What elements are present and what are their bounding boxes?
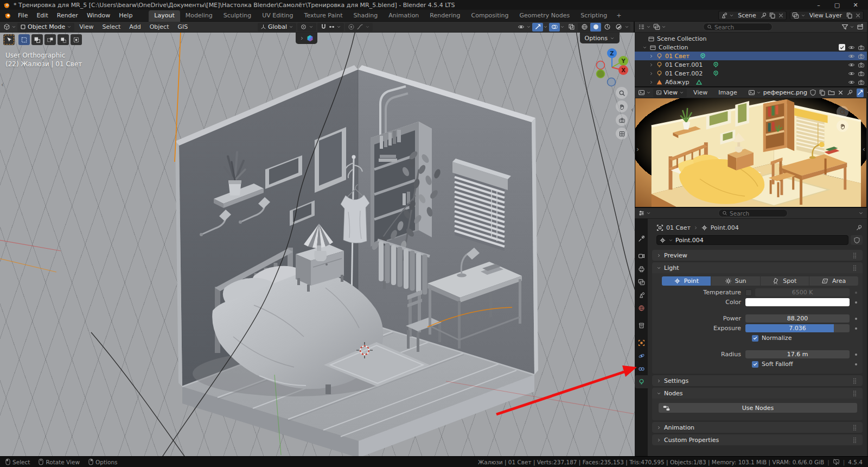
new-view-layer-icon[interactable]: [846, 12, 853, 19]
vp-menu-add[interactable]: Add: [125, 23, 144, 30]
unlink-image-icon[interactable]: [837, 89, 844, 96]
gizmos-toggle[interactable]: [532, 23, 548, 31]
temperature-slider[interactable]: 6500 K: [755, 288, 850, 296]
toolbar-expand-arrow[interactable]: ‹: [1, 80, 4, 89]
tab-rendering[interactable]: Rendering: [424, 10, 465, 22]
breadcrumb-object[interactable]: 01 Свет: [666, 224, 691, 231]
viewport-canvas[interactable]: User Orthographic (22) Жалюзи | 01 Свет …: [0, 33, 635, 456]
shading-material-button[interactable]: [602, 23, 612, 31]
viewport-3d[interactable]: Object Mode View Select Add Object GIS G…: [0, 22, 635, 456]
tab-object[interactable]: [635, 336, 648, 349]
pan-button[interactable]: [616, 100, 628, 112]
properties-editor-type-button[interactable]: [638, 210, 651, 217]
tab-output[interactable]: [635, 262, 648, 275]
menu-help[interactable]: Help: [114, 10, 137, 22]
fake-user-button[interactable]: [851, 235, 863, 245]
open-image-icon[interactable]: [828, 89, 835, 96]
perspective-toggle-button[interactable]: [616, 128, 628, 140]
image-mode-dropdown[interactable]: View: [653, 89, 687, 97]
light-type-area[interactable]: Area: [809, 276, 858, 286]
use-nodes-button[interactable]: Use Nodes: [659, 403, 857, 413]
radius-slider[interactable]: 17.6 m: [745, 350, 850, 358]
drag-handle-icon[interactable]: [851, 264, 858, 272]
drag-handle-icon[interactable]: [851, 424, 858, 431]
collapse-arrow-icon[interactable]: [642, 44, 647, 51]
outliner-search[interactable]: [703, 23, 773, 31]
menu-edit[interactable]: Edit: [32, 10, 52, 22]
editor-type-button[interactable]: [3, 23, 16, 30]
duplicate-image-icon[interactable]: [819, 89, 826, 96]
temperature-checkbox[interactable]: [745, 289, 752, 296]
outliner-row-light-002[interactable]: 01 Свет.002: [635, 69, 867, 78]
outliner-editor-type-button[interactable]: [638, 23, 651, 30]
tab-scripting[interactable]: Scripting: [575, 10, 612, 22]
tab-world[interactable]: [635, 301, 648, 314]
animate-dot[interactable]: [855, 292, 857, 294]
properties-search-input[interactable]: [730, 210, 784, 217]
image-menu-image[interactable]: Image: [714, 87, 741, 99]
breadcrumb-data[interactable]: Point.004: [711, 224, 739, 231]
vp-menu-gis[interactable]: GIS: [174, 23, 192, 30]
collection-checkbox[interactable]: [839, 44, 845, 51]
hide-icon[interactable]: [848, 61, 855, 68]
menu-window[interactable]: Window: [82, 10, 114, 22]
tab-object-data-light[interactable]: [635, 375, 648, 388]
add-workspace-button[interactable]: +: [612, 10, 625, 22]
custom-properties-panel-header[interactable]: Custom Properties: [652, 434, 863, 445]
select-difference-tool-button[interactable]: [58, 34, 69, 45]
options-dropdown[interactable]: Options: [580, 33, 620, 43]
hide-icon[interactable]: [848, 79, 855, 86]
image-gizmos-toggle[interactable]: [857, 89, 864, 97]
drag-handle-icon[interactable]: [851, 390, 858, 397]
vp-menu-object[interactable]: Object: [146, 23, 173, 30]
expand-arrow-icon[interactable]: [649, 53, 654, 60]
pin-id-button[interactable]: [856, 224, 863, 231]
light-name-field[interactable]: Point.004: [656, 235, 848, 245]
tab-tool[interactable]: [635, 232, 648, 245]
light-type-point[interactable]: Point: [662, 276, 711, 286]
tab-modeling[interactable]: Modeling: [180, 10, 218, 22]
tab-sculpting[interactable]: Sculpting: [218, 10, 257, 22]
outliner-row-light-01[interactable]: 01 Свет: [635, 52, 867, 60]
hide-icon[interactable]: [848, 70, 855, 77]
app-menu-icon[interactable]: [0, 12, 14, 20]
zoom-button[interactable]: [616, 87, 628, 99]
properties-options-button[interactable]: [858, 210, 864, 217]
animate-dot[interactable]: [855, 327, 857, 330]
close-button[interactable]: ✕: [846, 0, 865, 10]
minimize-button[interactable]: –: [809, 0, 828, 10]
exposure-slider[interactable]: 7.036: [745, 324, 850, 332]
render-visibility-icon[interactable]: [858, 61, 865, 68]
new-scene-icon[interactable]: [769, 12, 776, 19]
tab-render[interactable]: [635, 249, 648, 262]
hide-icon[interactable]: [848, 53, 855, 60]
pivot-point-dropdown[interactable]: [297, 23, 316, 31]
navigation-gizmo[interactable]: Z Y X: [593, 47, 631, 88]
nodes-panel-header[interactable]: Nodes: [652, 388, 863, 399]
outliner-row-light-001[interactable]: 01 Свет.001: [635, 60, 867, 69]
select-box-tool-button[interactable]: [18, 34, 30, 45]
drag-handle-icon[interactable]: [851, 377, 858, 384]
tab-layout[interactable]: Layout: [149, 10, 180, 22]
maximize-button[interactable]: ▢: [828, 0, 846, 10]
pin-icon[interactable]: [760, 12, 767, 19]
animate-dot[interactable]: [855, 354, 857, 356]
color-swatch[interactable]: [745, 298, 850, 306]
pin-icon[interactable]: [846, 89, 853, 96]
outliner-row-scene-collection[interactable]: Scene Collection: [635, 34, 867, 43]
drag-handle-icon[interactable]: [851, 252, 858, 259]
snap-controls[interactable]: [317, 23, 344, 31]
image-name[interactable]: референс.png: [763, 89, 807, 96]
view-layer-selector[interactable]: View Layer: [790, 11, 864, 20]
light-panel-header[interactable]: Light: [652, 262, 863, 273]
tab-texture-paint[interactable]: Texture Paint: [299, 10, 348, 22]
tab-physics[interactable]: [635, 349, 648, 362]
properties-search[interactable]: [718, 209, 788, 217]
tab-uv-editing[interactable]: UV Editing: [257, 10, 298, 22]
shading-wireframe-button[interactable]: [579, 23, 590, 31]
power-slider[interactable]: 88.200: [745, 314, 850, 323]
tab-geometry-nodes[interactable]: Geometry Nodes: [514, 10, 575, 22]
reference-image[interactable]: › ‹: [635, 98, 867, 207]
soft-falloff-checkbox[interactable]: [752, 361, 758, 368]
select-subtract-tool-button[interactable]: [44, 34, 56, 45]
